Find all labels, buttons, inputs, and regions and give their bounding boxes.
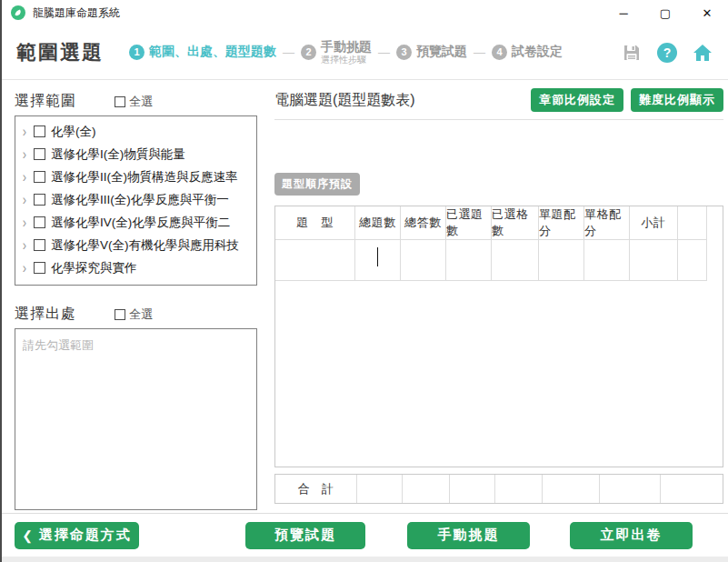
tree-item-elective-1[interactable]: › 選修化學I(全)物質與能量	[17, 143, 254, 166]
column-header-total-answers: 總答數	[401, 206, 446, 240]
tree-item-inquiry-practice[interactable]: › 化學探究與實作	[17, 256, 254, 279]
save-icon[interactable]	[621, 42, 643, 64]
step-connector: —	[283, 45, 294, 59]
range-section-title: 選擇範圍	[15, 92, 76, 111]
total-cell	[600, 475, 661, 503]
step-indicator: 1 範圍、出處、題型題數 — 2 手動挑題 選擇性步驟 — 3 預覽試題 — 4…	[129, 40, 563, 64]
chapter-ratio-button[interactable]: 章節比例設定	[531, 88, 623, 112]
step-3-preview[interactable]: 3 預覽試題	[396, 44, 467, 60]
source-select-all-checkbox[interactable]	[115, 309, 125, 320]
cell-selected-blanks[interactable]	[492, 240, 539, 281]
chevron-right-icon[interactable]: ›	[17, 169, 32, 186]
checkbox[interactable]	[34, 148, 45, 160]
table-header-row: 題 型 總題數 總答數 已選題數 已選格數 單題配分 單格配分 小計	[275, 206, 723, 240]
cell-points-per-question[interactable]	[539, 240, 584, 281]
range-select-all-checkbox[interactable]	[115, 96, 125, 107]
chevron-right-icon[interactable]: ›	[17, 124, 32, 140]
total-cell	[495, 475, 543, 503]
checkbox[interactable]	[34, 125, 45, 137]
table-row	[275, 240, 723, 281]
column-header-empty	[678, 206, 707, 240]
checkbox[interactable]	[34, 194, 45, 206]
column-header-question-type: 題 型	[275, 206, 355, 240]
total-cell	[357, 475, 403, 503]
total-cell	[543, 475, 600, 503]
page-title: 範圍選題	[16, 39, 104, 66]
footer-bar: ❮ 選擇命題方式 預覽試題 手動挑題 立即出卷	[2, 513, 728, 557]
bottom-strip	[2, 557, 728, 562]
checkbox[interactable]	[34, 262, 45, 274]
tree-item-label: 選修化學IV(全)化學反應與平衡二	[51, 215, 230, 231]
source-select-all[interactable]: 全選	[115, 306, 153, 323]
cell-total-answers[interactable]	[401, 240, 446, 281]
maximize-icon[interactable]: ▢	[644, 0, 686, 25]
step-1-number: 1	[129, 45, 145, 60]
step-3-number: 3	[396, 45, 412, 60]
chevron-right-icon[interactable]: ›	[17, 237, 32, 254]
tree-item-elective-3[interactable]: › 選修化學III(全)化學反應與平衡一	[17, 188, 254, 211]
chevron-left-icon: ❮	[22, 528, 35, 543]
source-list-box: 請先勾選範圍	[15, 328, 257, 510]
tree-item-label: 選修化學V(全)有機化學與應用科技	[51, 237, 239, 254]
step-3-label: 預覽試題	[416, 44, 467, 60]
cell-selected-questions[interactable]	[446, 240, 492, 281]
title-bar: 龍騰題庫命題系統 ─ ▢ ✕	[2, 0, 728, 25]
tree-item-elective-5[interactable]: › 選修化學V(全)有機化學與應用科技	[17, 234, 254, 256]
manual-pick-button[interactable]: 手動挑題	[407, 522, 530, 549]
tree-item-chemistry-all[interactable]: › 化學(全)	[17, 120, 254, 143]
checkbox[interactable]	[34, 171, 45, 183]
cell-empty	[678, 240, 707, 281]
column-header-selected-questions: 已選題數	[446, 206, 492, 240]
step-2-sublabel: 選擇性步驟	[321, 55, 372, 65]
step-4-number: 4	[492, 45, 507, 60]
step-1-label: 範圍、出處、題型題數	[149, 44, 276, 60]
question-type-order-preset-button[interactable]: 題型順序預設	[274, 173, 360, 196]
chevron-right-icon[interactable]: ›	[17, 146, 32, 163]
cell-points-per-blank[interactable]	[584, 240, 630, 281]
step-1-range[interactable]: 1 範圍、出處、題型題數	[129, 44, 276, 60]
question-type-table: 題 型 總題數 總答數 已選題數 已選格數 單題配分 單格配分 小計	[274, 206, 723, 467]
total-row: 合 計	[274, 474, 723, 504]
range-select-all[interactable]: 全選	[115, 94, 153, 110]
text-cursor	[377, 247, 378, 266]
preview-questions-button[interactable]: 預覽試題	[245, 522, 365, 549]
step-2-number: 2	[301, 45, 316, 60]
cell-total-questions-input[interactable]	[355, 240, 401, 281]
chevron-right-icon[interactable]: ›	[17, 215, 32, 231]
generate-paper-button[interactable]: 立即出卷	[570, 522, 693, 549]
app-title: 龍騰題庫命題系統	[33, 5, 120, 21]
minimize-icon[interactable]: ─	[603, 0, 644, 25]
chevron-right-icon[interactable]: ›	[17, 192, 32, 208]
source-placeholder: 請先勾選範圍	[23, 338, 94, 352]
checkbox[interactable]	[34, 216, 45, 228]
source-section-title: 選擇出處	[15, 305, 76, 324]
tree-item-label: 化學(全)	[51, 124, 96, 140]
cell-subtotal[interactable]	[630, 240, 678, 281]
difficulty-ratio-button[interactable]: 難度比例顯示	[631, 88, 723, 112]
home-icon[interactable]	[692, 42, 713, 64]
checkbox[interactable]	[34, 239, 45, 251]
step-4-paper-settings[interactable]: 4 試卷設定	[492, 44, 563, 60]
divider	[274, 119, 723, 120]
total-cell	[661, 475, 723, 503]
app-logo-icon	[11, 5, 25, 20]
tree-item-elective-4[interactable]: › 選修化學IV(全)化學反應與平衡二	[17, 211, 254, 234]
source-select-all-label: 全選	[129, 306, 153, 323]
total-cell	[403, 475, 450, 503]
tree-item-elective-2[interactable]: › 選修化學II(全)物質構造與反應速率	[17, 166, 254, 188]
choose-method-back-button[interactable]: ❮ 選擇命題方式	[15, 522, 139, 549]
back-button-label: 選擇命題方式	[39, 527, 132, 544]
step-connector: —	[378, 45, 390, 59]
tree-item-label: 選修化學III(全)化學反應與平衡一	[51, 192, 229, 208]
total-cell	[450, 475, 495, 503]
chevron-right-icon[interactable]: ›	[17, 260, 32, 276]
close-icon[interactable]: ✕	[686, 0, 728, 25]
help-icon[interactable]: ?	[657, 43, 677, 63]
step-2-manual-pick[interactable]: 2 手動挑題 選擇性步驟	[301, 40, 372, 64]
header: 範圍選題 1 範圍、出處、題型題數 — 2 手動挑題 選擇性步驟 — 3 預覽試…	[2, 25, 728, 80]
cell-question-type[interactable]	[275, 240, 355, 281]
column-header-selected-blanks: 已選格數	[492, 206, 539, 240]
range-select-all-label: 全選	[129, 94, 153, 110]
range-tree: › 化學(全) › 選修化學I(全)物質與能量 › 選修化學II(全)物質構造與…	[15, 115, 257, 286]
column-header-subtotal: 小計	[630, 206, 678, 240]
